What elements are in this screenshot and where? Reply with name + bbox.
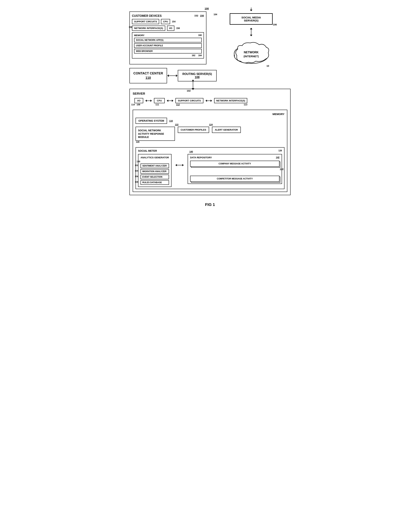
- company-message-activity-label: COMPANY MESSAGE ACTIVITY: [219, 162, 251, 165]
- ref-100: 100: [205, 7, 209, 10]
- svg-marker-3: [250, 28, 252, 29]
- svg-marker-17: [167, 74, 169, 77]
- server-memory-label: MEMORY: [135, 113, 285, 116]
- svg-text:NETWORK: NETWORK: [244, 51, 259, 54]
- server-ni-box: NETWORK INTERFACE(S): [214, 98, 247, 103]
- support-circuits-box: SUPPORT CIRCUITS: [132, 19, 159, 24]
- server-memory-outer: MEMORY OPERATING SYSTEM 116 SOCIAL NETWO…: [133, 110, 287, 192]
- ref-110: 110: [145, 76, 151, 80]
- ref-134-label: 134: [135, 170, 138, 172]
- ref-104: 104: [214, 13, 217, 16]
- server-io-box: I/O: [134, 98, 143, 103]
- social-network-app-label: SOCIAL NETWORK APP(S): [136, 39, 163, 41]
- snarm-label: SOCIAL NETWORK ACTIVITY RESPONSE MODULE: [138, 129, 164, 138]
- server-cpu-label: CPU: [157, 99, 162, 102]
- ref-150: 150: [200, 14, 204, 17]
- svg-marker-23: [145, 100, 147, 102]
- server-cpu-box: CPU: [154, 98, 165, 103]
- svg-marker-31: [182, 164, 184, 166]
- server-outer: SERVER I/O 114 109 CPU 111: [129, 89, 291, 195]
- event-selection-label: EVENT SELECTION: [142, 176, 162, 178]
- svg-marker-28: [211, 100, 212, 102]
- competitor-message-activity-box: COMPETITOR MESSAGE ACTIVITY: [190, 176, 279, 182]
- analytics-generator-label: ANALYTICS GENERATOR: [141, 156, 169, 159]
- ref-154: 154: [172, 20, 175, 23]
- svg-marker-25: [172, 100, 173, 102]
- server-io-label: I/O: [137, 99, 140, 102]
- svg-marker-1: [250, 10, 252, 11]
- rules-database-box: RULES DATABASE: [141, 180, 169, 185]
- ref-164: 164: [198, 54, 202, 57]
- migration-analyzer-label: MIGRATION ANALYZER: [142, 170, 167, 173]
- os-label: OPERATING SYSTEM: [138, 119, 164, 122]
- contact-center-label: CONTACT CENTER: [133, 71, 163, 75]
- svg-marker-4: [250, 35, 252, 36]
- social-media-server-box: SOCIAL MEDIA SERVER(S) 106: [230, 13, 273, 25]
- ref-111: 111: [155, 103, 159, 106]
- company-message-activity-box: COMPANY MESSAGE ACTIVITY: [190, 161, 279, 167]
- competitor-message-activity-label: COMPETITOR MESSAGE ACTIVITY: [217, 177, 253, 180]
- ref-108: 108: [195, 76, 200, 79]
- snarm-box: SOCIAL NETWORK ACTIVITY RESPONSE MODULE …: [135, 127, 175, 141]
- arrow-vertical-social: [249, 27, 254, 36]
- ref-106: 106: [273, 23, 277, 26]
- ref-120: 120: [136, 141, 139, 144]
- event-selection-box: EVENT SELECTION: [141, 175, 169, 179]
- cpu-box-top: CPU: [161, 19, 170, 24]
- rules-database-label: RULES DATABASE: [142, 181, 162, 184]
- network-cloud-svg: NETWORK (INTERNET): [232, 39, 271, 64]
- web-browser-label: WEB BROWSER: [136, 50, 153, 52]
- svg-marker-16: [176, 74, 178, 77]
- user-account-profile-box: USER ACCOUNT PROFILE: [134, 43, 202, 48]
- user-account-profile-label: USER ACCOUNT PROFILE: [136, 44, 163, 47]
- server-support-circuits-label: SUPPORT CIRCUITS: [178, 99, 201, 102]
- support-circuits-label: SUPPORT CIRCUITS: [134, 20, 157, 23]
- ref-126: 126: [278, 149, 282, 152]
- server-title: SERVER: [133, 92, 287, 96]
- svg-marker-32: [175, 164, 177, 166]
- ref-142: 142: [276, 156, 279, 159]
- analytics-generator-outer: ANALYTICS GENERATOR 130 132 SENTIMENT AN…: [138, 154, 171, 187]
- network-interface-label: NETWORK INTERFACE(S): [134, 27, 163, 29]
- migration-analyzer-box: MIGRATION ANALYZER: [141, 169, 169, 174]
- arrow-io-cpu: [145, 99, 152, 103]
- alert-generator-box: ALERT GENERATOR: [212, 127, 241, 133]
- svg-marker-26: [167, 100, 168, 102]
- svg-marker-20: [192, 80, 194, 81]
- customer-profiles-box: CUSTOMER PROFILES: [178, 127, 209, 133]
- web-browser-box: WEB BROWSER: [134, 49, 202, 53]
- data-repository-title: DATA REPOSITORY: [190, 156, 212, 159]
- ref-156: 156: [129, 26, 132, 28]
- alert-generator-label: ALERT GENERATOR: [215, 129, 238, 131]
- ref-136-label: 136: [135, 175, 138, 177]
- customer-devices-title: CUSTOMER DEVICES: [132, 14, 162, 17]
- arrow-sc-ni: [205, 99, 212, 103]
- svg-marker-22: [150, 100, 152, 102]
- arrow-cpu-sc: [167, 99, 174, 103]
- ref-144: 144: [280, 168, 283, 170]
- ref-113: 113: [244, 103, 247, 106]
- io-label-top: I/O: [169, 27, 172, 29]
- sentiment-analyzer-box: SENTIMENT ANALYZER: [141, 164, 169, 168]
- ref-122: 122: [175, 123, 179, 126]
- ref-116: 116: [169, 120, 173, 122]
- routing-server-label: ROUTING SERVER(S): [182, 72, 212, 76]
- contact-center-box: CONTACT CENTER 110: [129, 68, 167, 83]
- ref-109: 109: [137, 103, 140, 106]
- social-meter-label: SOCIAL METER: [138, 149, 157, 152]
- social-media-server-label: SOCIAL MEDIA SERVER(S): [241, 16, 261, 22]
- svg-marker-29: [206, 100, 207, 102]
- fig-label: FIG 1: [129, 202, 291, 207]
- ref-10: 10: [267, 65, 269, 67]
- ref-132-label: 132: [135, 164, 138, 166]
- ref-124: 124: [209, 123, 213, 126]
- ref-112: 112: [176, 103, 180, 106]
- memory-label: MEMORY: [134, 34, 144, 37]
- ref-140: 140: [189, 150, 193, 153]
- social-meter-outer: SOCIAL METER 126 ANALYTICS GENERATOR 130…: [135, 147, 285, 189]
- ref-152: 152: [194, 14, 198, 17]
- network-interface-box: NETWORK INTERFACE(S): [132, 26, 165, 31]
- ref-158: 158: [176, 27, 180, 29]
- ref-130: 130: [137, 160, 169, 163]
- io-box-top: I/O: [167, 26, 174, 31]
